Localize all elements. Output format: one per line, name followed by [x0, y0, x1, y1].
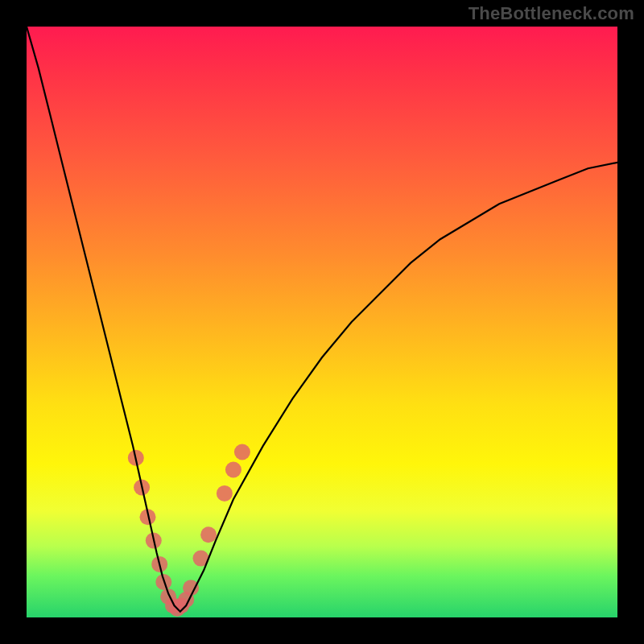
chart-frame: TheBottleneck.com	[0, 0, 644, 644]
scatter-point	[234, 444, 250, 460]
scatter-points	[128, 444, 250, 617]
plot-area	[27, 27, 617, 617]
curve-svg	[27, 27, 617, 617]
scatter-point	[183, 580, 199, 596]
scatter-point	[217, 485, 233, 502]
scatter-point	[225, 462, 242, 478]
bottleneck-curve	[27, 27, 617, 612]
watermark-text: TheBottleneck.com	[469, 3, 634, 24]
scatter-point	[200, 526, 217, 543]
